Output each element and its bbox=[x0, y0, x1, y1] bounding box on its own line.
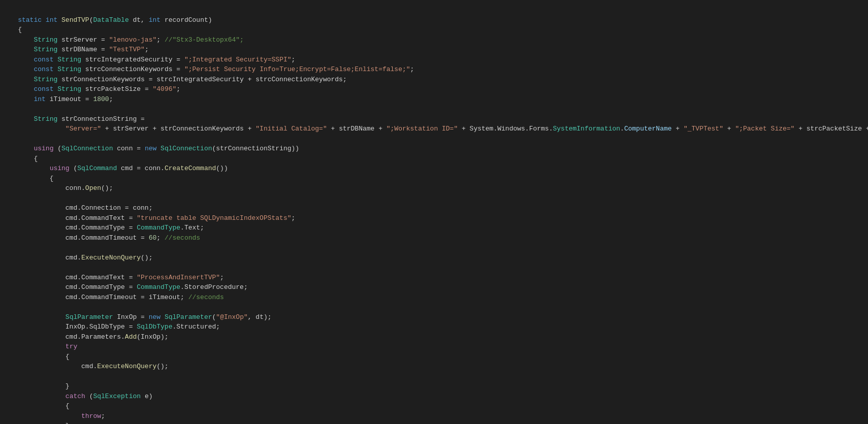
code-line: cmd.CommandText = "truncate table SQLDyn… bbox=[0, 213, 868, 223]
code-line: cmd.Connection = conn; bbox=[0, 203, 868, 213]
code-line: } bbox=[0, 421, 868, 424]
code-line: using (SqlConnection conn = new SqlConne… bbox=[0, 144, 868, 154]
code-line bbox=[0, 134, 868, 144]
code-line: cmd.CommandType = CommandType.Text; bbox=[0, 223, 868, 233]
code-line: { bbox=[0, 174, 868, 184]
code-line: } bbox=[0, 381, 868, 392]
code-line: SqlParameter InxOp = new SqlParameter("@… bbox=[0, 312, 868, 322]
code-line: using (SqlCommand cmd = conn.CreateComma… bbox=[0, 164, 868, 174]
code-line: String strConnectionString = bbox=[0, 114, 868, 124]
code-line: catch (SqlException e) bbox=[0, 392, 868, 402]
code-line: cmd.CommandText = "ProcessAndInsertTVP"; bbox=[0, 273, 868, 283]
code-line: const String strcIntegratedSecurity = ";… bbox=[0, 55, 868, 65]
code-line: { bbox=[0, 401, 868, 411]
code-line: const String strcPacketSize = "4096"; bbox=[0, 84, 868, 94]
code-line bbox=[0, 372, 868, 382]
code-line: { bbox=[0, 352, 868, 362]
code-line: throw; bbox=[0, 411, 868, 421]
code-line: cmd.Parameters.Add(InxOp); bbox=[0, 332, 868, 342]
code-line: String strConnectionKeywords = strcInteg… bbox=[0, 75, 868, 85]
code-line: cmd.CommandTimeout = 60; //seconds bbox=[0, 233, 868, 243]
code-line: String strDBName = "TestTVP"; bbox=[0, 45, 868, 55]
code-line: int iTimeout = 1800; bbox=[0, 94, 868, 105]
code-line: String strServer = "lenovo-jas"; //"Stx3… bbox=[0, 35, 868, 45]
code-line: const String strcConnectionKeywords = ";… bbox=[0, 64, 868, 75]
code-line: cmd.ExecuteNonQuery(); bbox=[0, 253, 868, 263]
code-line bbox=[0, 243, 868, 253]
code-line: cmd.ExecuteNonQuery(); bbox=[0, 362, 868, 372]
code-line bbox=[0, 193, 868, 204]
code-line: try bbox=[0, 342, 868, 352]
code-line bbox=[0, 302, 868, 312]
code-line: { bbox=[0, 154, 868, 164]
code-line: { bbox=[0, 25, 868, 35]
code-line: InxOp.SqlDbType = SqlDbType.Structured; bbox=[0, 322, 868, 332]
code-editor: static int SendTVP(DataTable dt, int rec… bbox=[0, 0, 868, 424]
code-line: "Server=" + strServer + strConnectionKey… bbox=[0, 124, 868, 134]
code-line bbox=[0, 104, 868, 114]
code-line: cmd.CommandType = CommandType.StoredProc… bbox=[0, 282, 868, 292]
code-line: static int SendTVP(DataTable dt, int rec… bbox=[0, 15, 868, 25]
code-line: conn.Open(); bbox=[0, 183, 868, 193]
code-line: cmd.CommandTimeout = iTimeout; //seconds bbox=[0, 292, 868, 303]
code-line bbox=[0, 263, 868, 273]
